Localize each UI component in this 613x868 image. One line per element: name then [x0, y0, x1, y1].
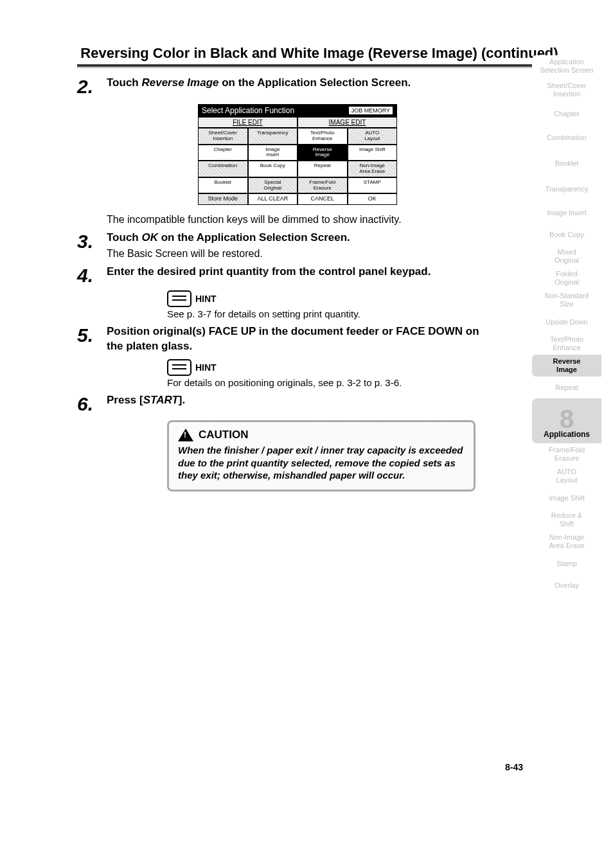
btn-booklet[interactable]: Booklet [198, 177, 248, 194]
application-selection-screen: Select Application Function JOB MEMORY F… [198, 104, 397, 205]
step-number: 4. [77, 265, 107, 285]
btn-repeat[interactable]: Repeat [298, 161, 348, 177]
chapter-label: Applications [544, 430, 590, 439]
text-emphasis: START [143, 394, 179, 406]
tab-mixed-original[interactable]: MixedOriginal [532, 245, 601, 267]
hint-heading: HINT [167, 359, 488, 376]
hint-label: HINT [195, 294, 217, 304]
text: Touch [107, 76, 141, 89]
btn-cancel[interactable]: CANCEL [298, 193, 348, 205]
step-2: 2. Touch Reverse Image on the Applicatio… [77, 76, 488, 96]
tab-folded-original[interactable]: FoldedOriginal [532, 267, 601, 289]
step-number: 6. [77, 393, 107, 414]
caution-label: CAUTION [199, 429, 248, 441]
page: Reversing Color in Black and White Image… [0, 0, 613, 868]
text-emphasis: OK [141, 231, 158, 244]
text: on the Application Selection Screen. [218, 76, 411, 89]
header-subrule [77, 67, 562, 68]
tab-repeat[interactable]: Repeat [532, 376, 601, 398]
text: ]. [179, 394, 185, 406]
btn-all-clear[interactable]: ALL CLEAR [248, 193, 298, 205]
tab-chapter[interactable]: Chapter [532, 103, 601, 125]
tab-auto-layout[interactable]: AUTOLayout [532, 465, 601, 487]
application-screen-figure: Select Application Function JOB MEMORY F… [107, 100, 488, 205]
text: Press [ [107, 394, 143, 406]
hint-label: HINT [195, 362, 217, 373]
hint-text: For details on positioning originals, se… [167, 377, 488, 388]
chapter-number: 8 [560, 409, 574, 429]
btn-stamp[interactable]: STAMP [348, 177, 398, 194]
text: Touch [107, 231, 141, 244]
step-6: 6. Press [START]. [77, 393, 488, 414]
btn-ok[interactable]: OK [348, 193, 398, 205]
tab-image-insert[interactable]: Image Insert [532, 202, 601, 224]
btn-book-copy[interactable]: Book Copy [248, 161, 298, 177]
text-emphasis: Reverse Image [141, 76, 218, 89]
caution-box: CAUTION When the finisher / paper exit /… [167, 420, 475, 492]
sidebar-tabs: ApplicationSelection Screen Sheet/CoverI… [532, 55, 601, 596]
step-number: 3. [77, 231, 107, 251]
hint-icon [167, 290, 191, 307]
step-number: 5. [77, 324, 107, 345]
btn-image-shift[interactable]: Image Shift [348, 145, 398, 161]
hint-text: See p. 3-7 for details on setting print … [167, 308, 488, 319]
content-column: 2. Touch Reverse Image on the Applicatio… [77, 76, 488, 492]
step-2-instruction: Touch Reverse Image on the Application S… [107, 76, 488, 91]
step-3-subtext: The Basic Screen will be restored. [107, 248, 488, 260]
btn-store-mode[interactable]: Store Mode [198, 193, 248, 205]
tab-application-selection-screen[interactable]: ApplicationSelection Screen [532, 55, 601, 77]
tab-booklet[interactable]: Booklet [532, 150, 601, 176]
btn-reverse-image[interactable]: ReverseImage [298, 145, 348, 161]
caution-text: When the finisher / paper exit / inner t… [178, 444, 465, 482]
btn-combination[interactable]: Combination [198, 161, 248, 177]
step-6-instruction: Press [START]. [107, 393, 488, 408]
tab-non-standard-size[interactable]: Non-StandardSize [532, 289, 601, 311]
tab-reduce-shift[interactable]: Reduce &Shift [532, 509, 601, 531]
btn-auto-layout[interactable]: AUTOLayout [348, 128, 398, 145]
section-image-edit: IMAGE EDIT [298, 117, 397, 128]
page-number: 8-43 [505, 762, 523, 772]
screen-title: Select Application Function [202, 106, 294, 115]
tab-frame-fold-erasure[interactable]: Frame/FoldErasure [532, 443, 601, 465]
btn-special-original[interactable]: SpecialOriginal [248, 177, 298, 194]
caution-heading: CAUTION [178, 429, 465, 441]
btn-image-insert[interactable]: ImageInsert [248, 145, 298, 161]
job-memory-button[interactable]: JOB MEMORY [348, 106, 393, 115]
tab-reverse-image[interactable]: ReverseImage [532, 355, 601, 376]
tab-image-shift[interactable]: Image Shift [532, 487, 601, 509]
tab-book-copy[interactable]: Book Copy [532, 224, 601, 245]
tab-combination[interactable]: Combination [532, 125, 601, 150]
btn-chapter[interactable]: Chapter [198, 145, 248, 161]
tab-text-photo-enhance[interactable]: Text/PhotoEnhance [532, 333, 601, 355]
step-3-instruction: Touch OK on the Application Selection Sc… [107, 231, 488, 245]
page-title: Reversing Color in Black and White Image… [77, 45, 562, 62]
hint-heading: HINT [167, 290, 488, 307]
btn-text-photo-enhance[interactable]: Text/PhotoEnhance [298, 128, 348, 145]
section-file-edit: FILE EDIT [198, 117, 298, 128]
step-3: 3. Touch OK on the Application Selection… [77, 231, 488, 260]
tab-transparency[interactable]: Transparency [532, 176, 601, 202]
screen-title-bar: Select Application Function JOB MEMORY [198, 104, 397, 117]
step-2-note: The incompatible function keys will be d… [107, 214, 488, 226]
text: on the Application Selection Screen. [158, 231, 350, 244]
step-number: 2. [77, 76, 107, 96]
header-rule [77, 64, 562, 67]
step-4-instruction: Enter the desired print quantity from th… [107, 265, 488, 279]
tab-non-image-area-erase[interactable]: Non-ImageArea Erase [532, 531, 601, 553]
btn-transparency[interactable]: Transparency [248, 128, 298, 145]
btn-non-image-area-erase[interactable]: Non-ImageArea Erase [348, 161, 398, 177]
tab-sheet-cover-insertion[interactable]: Sheet/CoverInsertion [532, 77, 601, 103]
warning-icon [178, 429, 193, 441]
step-5-instruction: Position original(s) FACE UP in the docu… [107, 324, 488, 354]
tab-upside-down[interactable]: Upside Down [532, 311, 601, 333]
tab-chapter-8-applications[interactable]: 8 Applications [532, 398, 601, 443]
btn-frame-fold-erasure[interactable]: Frame/FoldErasure [298, 177, 348, 194]
tab-overlay[interactable]: Overlay [532, 574, 601, 596]
hint-icon [167, 359, 191, 376]
tab-stamp[interactable]: Stamp [532, 553, 601, 574]
step-body: Touch Reverse Image on the Application S… [107, 76, 488, 91]
step-4: 4. Enter the desired print quantity from… [77, 265, 488, 285]
step-5: 5. Position original(s) FACE UP in the d… [77, 324, 488, 354]
btn-sheet-cover-insertion[interactable]: Sheet/CoverInsertion [198, 128, 248, 145]
